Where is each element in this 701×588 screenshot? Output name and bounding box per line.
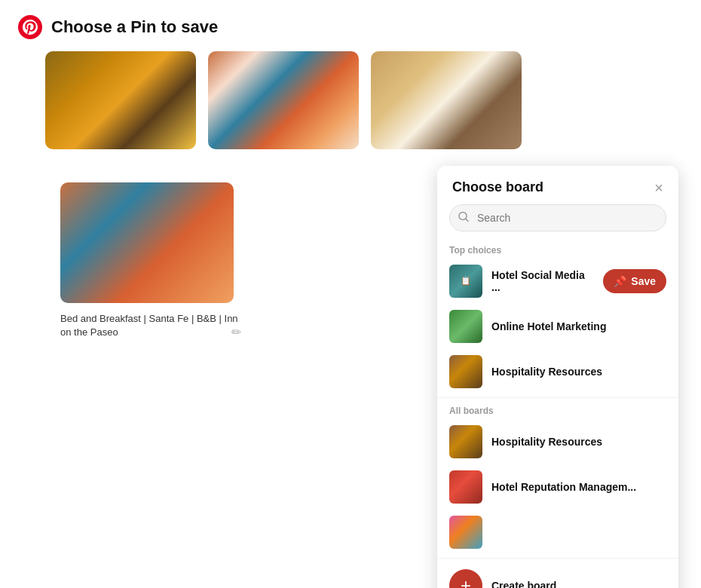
search-box xyxy=(449,204,666,231)
board-thumb-hospitality-all xyxy=(449,425,482,458)
board-name-hotel-rep: Hotel Reputation Managem... xyxy=(491,481,666,493)
top-choices-label: Top choices xyxy=(437,240,678,259)
plus-icon: + xyxy=(461,575,471,588)
divider-2 xyxy=(437,558,678,559)
create-board-label: Create board xyxy=(491,580,556,588)
pin-image-large xyxy=(60,182,234,303)
board-item-hotel-reputation[interactable]: Hotel Reputation Managem... xyxy=(437,464,678,510)
images-grid xyxy=(0,51,701,167)
close-button[interactable]: × xyxy=(654,180,663,195)
board-thumb-online-hotel xyxy=(449,310,482,343)
create-board-item[interactable]: + Create board xyxy=(437,562,678,588)
search-input[interactable] xyxy=(449,204,666,231)
pin-caption: Bed and Breakfast | Santa Fe | B&B | Inn… xyxy=(60,312,241,339)
panel-header: Choose board × xyxy=(437,166,678,204)
thumbnail-courtyard[interactable] xyxy=(208,51,359,149)
save-button-hotel-social[interactable]: 📌 Save xyxy=(603,269,666,293)
panel-title: Choose board xyxy=(452,179,543,195)
pin-icon: 📌 xyxy=(614,275,626,287)
board-item-hospitality-top[interactable]: Hospitality Resources xyxy=(437,349,678,394)
left-panel: Bed and Breakfast | Santa Fe | B&B | Inn… xyxy=(45,167,256,354)
board-thumb-hotel-rep xyxy=(449,470,482,504)
thumbnail-bedroom[interactable] xyxy=(371,51,522,149)
board-item-online-hotel-marketing[interactable]: Online Hotel Marketing xyxy=(437,304,678,349)
svg-line-2 xyxy=(466,219,468,222)
choose-board-panel: Choose board × Top choices 📋 Hotel Socia… xyxy=(437,166,678,588)
board-thumb-last xyxy=(449,516,482,549)
board-name-hospitality-all: Hospitality Resources xyxy=(491,436,666,448)
save-label: Save xyxy=(631,275,656,287)
pinterest-logo-icon xyxy=(18,15,42,39)
svg-point-0 xyxy=(18,15,42,39)
board-name-hospitality-top: Hospitality Resources xyxy=(491,366,666,378)
board-item-hospitality-all[interactable]: Hospitality Resources xyxy=(437,419,678,464)
page-header: Choose a Pin to save xyxy=(0,0,701,51)
search-icon xyxy=(458,212,469,225)
thumbnail-food[interactable] xyxy=(45,51,196,149)
all-boards-list: Hospitality Resources Hotel Reputation M… xyxy=(437,419,678,555)
board-item-last[interactable] xyxy=(437,510,678,555)
board-name-online-hotel: Online Hotel Marketing xyxy=(491,320,666,332)
create-board-icon: + xyxy=(449,569,482,588)
board-item-hotel-social-media[interactable]: 📋 Hotel Social Media ... 📌 Save xyxy=(437,259,678,304)
board-thumb-hotel-social: 📋 xyxy=(449,265,482,298)
top-choices-list: 📋 Hotel Social Media ... 📌 Save Online H… xyxy=(437,259,678,394)
board-thumb-hospitality-top xyxy=(449,355,482,388)
all-boards-label: All boards xyxy=(437,401,678,419)
divider-1 xyxy=(437,397,678,398)
page-title: Choose a Pin to save xyxy=(51,17,218,37)
board-name-hotel-social: Hotel Social Media ... xyxy=(491,269,594,293)
edit-icon[interactable]: ✏ xyxy=(231,325,241,339)
